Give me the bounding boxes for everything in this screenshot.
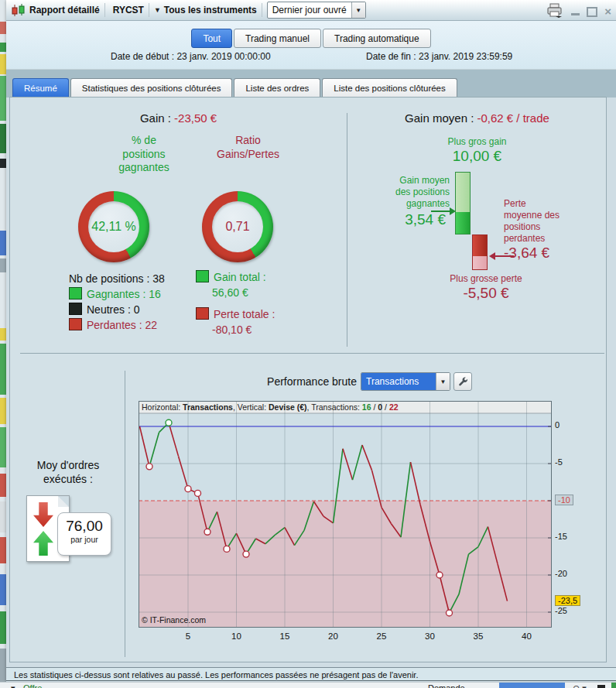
perte-bar: [472, 234, 488, 270]
tab-liste-ordres[interactable]: Liste des ordres: [234, 78, 320, 98]
performance-dropdown[interactable]: Transactions ▼: [361, 372, 450, 391]
label-line: perdantes: [504, 233, 604, 245]
label-line: Moy d'ordres: [13, 458, 123, 472]
label-line: exécutés :: [13, 472, 123, 486]
chart-settings-button[interactable]: [453, 372, 472, 391]
nb-positions: Nb de positions : 38: [69, 271, 165, 286]
titlebar-separator: [104, 3, 105, 17]
filter-tout-button[interactable]: Tout: [191, 29, 232, 48]
positions-legend: Nb de positions : 38 Gagnantes : 16 Neut…: [69, 271, 165, 333]
background-offre-label: Offre: [23, 683, 42, 688]
perdantes-count: Perdantes : 22: [87, 319, 157, 331]
label-line: Gain moyen: [322, 175, 450, 187]
ratio-heading: Ratio Gains/Pertes: [196, 134, 300, 161]
label-line: des positions: [322, 187, 450, 198]
gain-moyen-label: Gain moyen :: [405, 111, 477, 125]
minimize-button[interactable]: [571, 13, 580, 15]
background-fragment: [0, 258, 6, 272]
performance-dropdown-value: Transactions: [361, 373, 436, 390]
svg-text:© IT-Finance.com: © IT-Finance.com: [142, 615, 206, 625]
chevron-down-icon[interactable]: ▼: [436, 373, 450, 390]
background-highlight: [499, 683, 565, 688]
gain-bar-upper: [456, 173, 470, 212]
y-axis-label: 0: [555, 420, 560, 430]
background-fragment: [0, 537, 6, 563]
y-axis-label: -25: [555, 606, 567, 615]
y-axis-label: -23,5: [555, 595, 580, 606]
date-start-value: 23 janv. 2019 00:00:00: [176, 51, 270, 62]
x-axis-label: 10: [231, 632, 241, 641]
pct-gagnantes-value: 42,11 %: [78, 191, 149, 262]
tab-resume[interactable]: Résumé: [12, 78, 69, 98]
gain-bar-lower: [456, 212, 470, 234]
resume-panel: Gain : -23,50 € % de positions gagnantes…: [9, 97, 607, 662]
label-line: Perte: [504, 198, 604, 210]
page-fold: [58, 496, 69, 507]
x-axis-label: 25: [377, 632, 387, 641]
arrow-left-icon: [495, 255, 514, 257]
perte-moyenne-value: -3,64 €: [504, 245, 549, 262]
instruments-menu[interactable]: Tous les instruments: [164, 5, 257, 15]
y-axis-label: -5: [555, 457, 563, 467]
legend-gagnantes: Gagnantes : 16: [69, 286, 165, 302]
chevron-down-icon[interactable]: ▼: [351, 2, 365, 18]
moy-ordres-label: Moy d'ordres exécutés :: [13, 458, 123, 486]
gain-moyen-heading: Gain moyen : -0,62 € / trade: [347, 111, 607, 125]
heading-line: gagnantes: [82, 161, 206, 175]
period-select-value: Dernier jour ouvré: [268, 5, 351, 15]
red-square-icon: [69, 318, 82, 330]
tab-liste-positions[interactable]: Liste des positions clôturées: [322, 78, 457, 98]
screen: Rapport détaillé RYCST ▼ Tous les instru…: [0, 0, 616, 688]
background-glyph: ⊙ ▾: [573, 683, 587, 688]
gain-value: -23,50 €: [174, 111, 217, 125]
maximize-button[interactable]: [587, 7, 597, 17]
filter-trading-manuel-button[interactable]: Trading manuel: [234, 29, 321, 48]
plus-grosse-perte-value: -5,50 €: [347, 285, 616, 302]
period-select[interactable]: Dernier jour ouvré ▼: [267, 2, 366, 19]
performance-label: Performance brute: [234, 375, 357, 388]
green-square-icon: [196, 270, 209, 282]
y-axis-label: -15: [555, 532, 567, 541]
background-fragment: [0, 43, 6, 52]
x-axis-label: 40: [522, 632, 532, 641]
date-start: Date de début : 23 janv. 2019 00:00:00: [111, 51, 271, 62]
section-divider: [20, 353, 604, 354]
background-glyph: [597, 685, 605, 688]
background-fragment: [0, 501, 6, 532]
titlebar-separator: [262, 3, 262, 17]
orders-per-day-bubble: 76,00 par jour: [57, 512, 111, 556]
background-glyph: [611, 683, 616, 688]
performance-chart: Horizontal: Transactions, Vertical: Devi…: [139, 401, 607, 649]
plus-gros-gain-label: Plus gros gain: [347, 136, 607, 148]
gain-heading: Gain : -23,50 €: [10, 111, 347, 125]
wrench-icon: [457, 376, 469, 388]
filter-trading-automatique-button[interactable]: Trading automatique: [323, 29, 431, 48]
background-fragment: [0, 427, 6, 467]
background-fragment: [0, 574, 6, 605]
report-window: Rapport détaillé RYCST ▼ Tous les instru…: [6, 0, 616, 682]
gagnantes-count: Gagnantes : 16: [87, 288, 161, 300]
heading-line: % de: [82, 134, 206, 148]
green-square-icon: [69, 287, 82, 300]
red-square-icon: [196, 307, 209, 320]
plus-grosse-perte-label: Plus grosse perte: [347, 273, 616, 285]
background-fragment: [0, 231, 6, 255]
tab-statistiques[interactable]: Statistiques des positions clôturées: [70, 78, 233, 98]
gain-moyen-gagnantes-value: 3,54 €: [322, 211, 446, 228]
background-glyph: ▾: [11, 683, 15, 688]
arrow-up-icon: [33, 531, 53, 556]
symbol-label: RYCST: [113, 5, 144, 15]
gain-total-value: 56,60 €: [196, 285, 343, 300]
label-line: positions: [504, 221, 604, 233]
date-end-label: Date de fin :: [366, 51, 419, 62]
background-fragment: [0, 76, 6, 121]
print-button[interactable]: [546, 3, 564, 18]
trade-filter-group: Tout Trading manuel Trading automatique: [6, 29, 616, 48]
status-bar: Les statistiques ci-dessus sont relative…: [6, 667, 616, 681]
label-line: gagnantes: [322, 198, 450, 210]
close-button[interactable]: ×: [604, 5, 611, 17]
black-square-icon: [69, 303, 82, 315]
x-axis-label: 15: [280, 632, 290, 641]
gain-bar: [455, 172, 471, 234]
window-title: Rapport détaillé: [29, 5, 100, 15]
